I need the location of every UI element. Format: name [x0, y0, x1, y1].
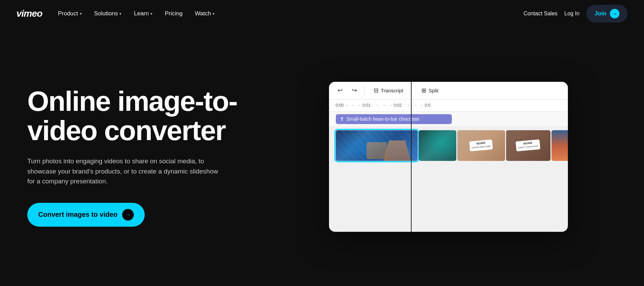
nav-left: vimeo Product ▾ Solutions ▾ Learn ▾ Pric…: [16, 7, 219, 20]
ruler-dot: [384, 105, 385, 106]
ruler-dot: [377, 105, 378, 106]
ruler-dot: [415, 105, 416, 106]
product-box-1: MOIRÉCACAO NIBS DARK: [469, 139, 493, 151]
nav-pricing-label: Pricing: [165, 10, 183, 17]
hero-left: Online image-to-video converter Turn pho…: [27, 87, 259, 227]
clip-product1-visual: MOIRÉCACAO NIBS DARK: [457, 130, 505, 161]
split-button[interactable]: ⊞ Split: [417, 85, 443, 96]
text-pill-label: Small-batch bean-to-bar chocolate: [346, 116, 419, 122]
ruler-gap-2: [377, 105, 391, 106]
ruler-time-2: 0:02: [394, 103, 404, 108]
phone-silhouette: [367, 142, 387, 159]
ruler-time-3: 0:0: [425, 103, 435, 108]
join-button[interactable]: Join →: [586, 5, 628, 22]
nav-item-solutions[interactable]: Solutions ▾: [89, 7, 127, 20]
chevron-down-icon: ▾: [213, 12, 215, 16]
editor-body: 0:00 0:01 0:02: [329, 100, 568, 232]
text-track: T Small-batch bean-to-bar chocolate: [329, 112, 568, 127]
toolbar-divider-2: [412, 86, 413, 95]
toolbar-divider: [364, 86, 365, 95]
chevron-down-icon: ▾: [80, 12, 82, 16]
ruler-time-0: 0:00: [336, 103, 346, 108]
chevron-down-icon: ▾: [119, 12, 121, 16]
nav-watch-label: Watch: [195, 10, 211, 17]
clip-hand-overlay: [384, 140, 411, 161]
nav-item-learn[interactable]: Learn ▾: [129, 7, 157, 20]
cta-label: Convert images to video: [38, 211, 117, 219]
split-label: Split: [429, 88, 439, 93]
editor-preview: ↩ ↪ ⊟ Transcript ⊞ Split 0:00: [329, 82, 568, 232]
cta-arrow-icon: →: [122, 209, 134, 221]
ruler-gap-1: [346, 105, 360, 106]
timeline-ruler: 0:00 0:01 0:02: [329, 100, 568, 112]
redo-button[interactable]: ↪: [349, 85, 360, 96]
ruler-dot: [408, 105, 409, 106]
transcript-icon: ⊟: [374, 87, 378, 94]
hero-right: ↩ ↪ ⊟ Transcript ⊞ Split 0:00: [280, 82, 617, 232]
nav-product-label: Product: [58, 10, 78, 17]
cta-convert-button[interactable]: Convert images to video →: [27, 203, 145, 227]
image-track: MOIRÉCACAO NIBS DARK MOIRÉCRAFT CHOCOLAT…: [329, 127, 568, 164]
text-icon: T: [341, 116, 344, 122]
clip-blue-visual: [336, 130, 418, 161]
ruler-dot: [346, 105, 347, 106]
contact-sales-link[interactable]: Contact Sales: [524, 11, 558, 17]
hero-section: Online image-to-video converter Turn pho…: [0, 27, 644, 286]
clip-teal-visual: [419, 130, 456, 161]
clip-5[interactable]: [552, 130, 568, 161]
nav-item-pricing[interactable]: Pricing: [160, 7, 187, 20]
ruler-dot: [359, 105, 360, 106]
editor-toolbar: ↩ ↪ ⊟ Transcript ⊞ Split: [329, 82, 568, 100]
hero-description: Turn photos into engaging videos to shar…: [27, 156, 218, 186]
nav-item-product[interactable]: Product ▾: [53, 7, 87, 20]
clip-4[interactable]: MOIRÉCRAFT CHOCOLATE: [506, 130, 550, 161]
timeline-cursor: [411, 82, 412, 232]
join-arrow-icon: →: [610, 9, 619, 18]
hero-title: Online image-to-video converter: [27, 87, 259, 145]
split-icon: ⊞: [421, 87, 426, 94]
clip-3[interactable]: MOIRÉCACAO NIBS DARK: [457, 130, 505, 161]
navbar: vimeo Product ▾ Solutions ▾ Learn ▾ Pric…: [0, 0, 644, 27]
ruler-gap-3: [408, 105, 422, 106]
nav-solutions-label: Solutions: [94, 10, 118, 17]
clip-product2-visual: MOIRÉCRAFT CHOCOLATE: [506, 130, 550, 161]
clip-1[interactable]: [336, 130, 418, 161]
ruler-time-1: 0:01: [363, 103, 373, 108]
nav-item-watch[interactable]: Watch ▾: [190, 7, 220, 20]
clip-sky-visual: [552, 130, 568, 161]
nav-learn-label: Learn: [134, 10, 148, 17]
ruler-dot: [421, 105, 422, 106]
transcript-button[interactable]: ⊟ Transcript: [369, 85, 408, 96]
vimeo-logo[interactable]: vimeo: [16, 8, 42, 19]
login-button[interactable]: Log In: [564, 11, 579, 17]
text-pill[interactable]: T Small-batch bean-to-bar chocolate: [336, 114, 452, 124]
clip-2[interactable]: [419, 130, 456, 161]
ruler-dot: [353, 105, 354, 106]
transcript-label: Transcript: [381, 88, 403, 93]
join-label: Join: [595, 10, 606, 17]
chevron-down-icon: ▾: [151, 12, 153, 16]
nav-right: Contact Sales Log In Join →: [524, 5, 628, 22]
ruler-dot: [390, 105, 391, 106]
undo-button[interactable]: ↩: [334, 85, 346, 96]
